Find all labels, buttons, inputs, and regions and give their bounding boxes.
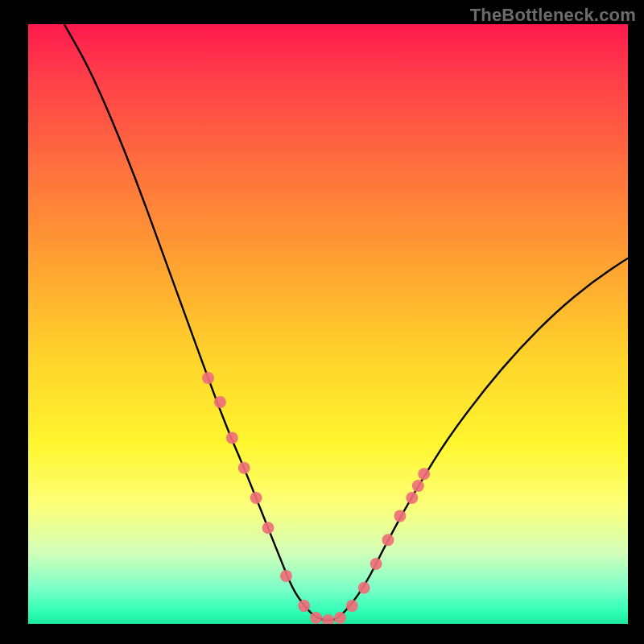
highlight-dot	[202, 372, 214, 384]
chart-frame: TheBottleneck.com	[0, 0, 644, 644]
highlight-dot	[382, 534, 394, 546]
highlight-dot	[322, 614, 334, 624]
highlight-dot	[280, 570, 292, 582]
highlight-dot	[250, 492, 262, 504]
highlight-dot	[412, 480, 424, 492]
highlight-dot	[418, 468, 430, 480]
highlight-dot	[226, 432, 238, 444]
highlight-dot	[238, 462, 250, 474]
bottleneck-curve-path	[64, 24, 628, 620]
highlight-dots-group	[202, 372, 430, 624]
highlight-dot	[262, 522, 275, 534]
plot-area	[28, 24, 628, 624]
curve-group	[64, 24, 628, 620]
highlight-dot	[346, 600, 358, 612]
highlight-dot	[310, 612, 322, 624]
watermark-text: TheBottleneck.com	[470, 5, 636, 26]
highlight-dot	[394, 510, 406, 522]
highlight-dot	[214, 396, 226, 408]
highlight-dot	[406, 492, 418, 504]
highlight-dot	[298, 600, 310, 612]
highlight-dot	[334, 612, 346, 624]
highlight-dot	[370, 558, 382, 570]
highlight-dot	[358, 582, 370, 594]
bottleneck-curve-svg	[28, 24, 628, 624]
